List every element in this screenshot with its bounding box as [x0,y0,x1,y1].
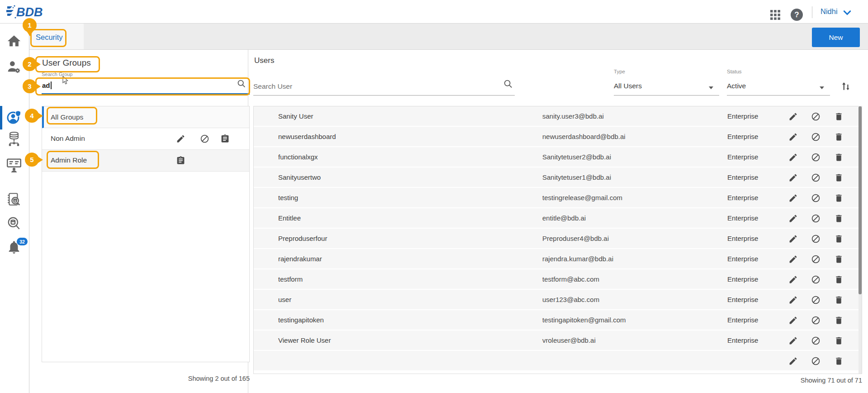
delete-icon[interactable] [834,295,844,305]
top-bar: BDB ? Nidhi [0,0,868,24]
edit-icon[interactable] [788,316,798,325]
search-icon[interactable] [237,79,246,88]
table-row[interactable]: Sanityusertwo Sanitytetuser1@bdb.ai Ente… [254,168,862,188]
user-search-input[interactable]: Search User [253,81,515,95]
delete-icon[interactable] [834,336,844,345]
type-filter-underline [614,95,719,96]
table-row[interactable]: testform testform@abc.com Enterprise [254,269,862,290]
edit-icon[interactable] [788,356,798,366]
user-name: testing [278,194,298,201]
block-icon[interactable] [200,134,209,144]
business-console-icon[interactable] [6,158,22,173]
user-name: newuserdashboard [278,133,336,140]
table-row[interactable]: Preproduserfour Preproduser4@bdb.ai Ente… [254,229,862,249]
edit-icon[interactable] [176,134,185,144]
user-search-placeholder: Search User [253,82,292,91]
edit-icon[interactable] [788,173,798,182]
type-filter-value[interactable]: All Users [614,82,642,90]
user-name: Sanityusertwo [278,173,321,181]
user-email: user123@abc.com [542,296,599,303]
delete-icon[interactable] [834,112,844,121]
delete-icon[interactable] [834,173,844,182]
delete-icon[interactable] [834,193,844,203]
edit-icon[interactable] [788,214,798,223]
edit-icon[interactable] [788,132,798,142]
apps-grid-icon[interactable] [770,10,781,20]
group-rows: Non Admin Admin Role [42,128,249,172]
audit-trail-icon[interactable] [6,192,22,207]
group-row[interactable]: Admin Role [42,150,249,172]
delete-icon[interactable] [834,234,844,244]
all-groups-header[interactable]: All Groups [42,106,249,128]
block-icon[interactable] [811,173,821,182]
user-type: Enterprise [727,255,758,263]
delete-icon[interactable] [834,153,844,162]
block-icon[interactable] [811,234,821,244]
block-icon[interactable] [811,254,821,264]
table-row[interactable]: testingapitoken testingapitoken@gmail.co… [254,310,862,331]
edit-icon[interactable] [788,193,798,203]
type-filter-label: Type [614,69,625,74]
table-row[interactable]: newuserdashboard newuserdashboard@bdb.ai… [254,127,862,147]
sort-icon[interactable] [840,80,851,92]
edit-icon[interactable] [788,254,798,264]
clipboard-icon[interactable] [176,156,185,165]
user-name: testingapitoken [278,316,324,324]
user-email: Sanitytetuser1@bdb.ai [542,173,611,181]
user-email: sanity.user3@bdb.ai [542,112,604,120]
table-row[interactable]: rajendrakumar rajendra.kumar@bdb.ai Ente… [254,249,862,269]
delete-icon[interactable] [834,214,844,223]
chevron-down-icon[interactable] [843,10,851,15]
users-title: Users [254,56,274,65]
table-row[interactable]: Entitlee entitle@bdb.ai Enterprise [254,208,862,229]
edit-icon[interactable] [788,112,798,121]
delete-icon[interactable] [834,275,844,284]
block-icon[interactable] [811,132,821,142]
data-center-icon[interactable] [6,131,22,147]
block-icon[interactable] [811,295,821,305]
block-icon[interactable] [811,153,821,162]
home-icon[interactable] [6,34,22,49]
edit-icon[interactable] [788,336,798,345]
table-row[interactable]: user user123@abc.com Enterprise [254,290,862,310]
group-row[interactable]: Non Admin [42,128,249,150]
user-email: testform@abc.com [542,275,599,283]
table-row[interactable]: testing testingrelease@gmail.com Enterpr… [254,188,862,208]
user-name: Entitlee [278,214,301,222]
group-search-input[interactable]: ad [42,78,250,94]
new-button[interactable]: New [812,28,860,47]
status-filter-value[interactable]: Active [727,82,746,90]
scrollbar-thumb[interactable] [859,106,862,294]
delete-icon[interactable] [834,356,844,366]
edit-icon[interactable] [788,295,798,305]
help-icon[interactable]: ? [791,9,803,21]
block-icon[interactable] [811,193,821,203]
delete-icon[interactable] [834,132,844,142]
security-icon[interactable] [6,110,22,125]
delete-icon[interactable] [834,254,844,264]
block-icon[interactable] [811,214,821,223]
search-icon[interactable] [503,79,513,89]
block-icon[interactable] [811,112,821,121]
status-dropdown-arrow-icon[interactable] [820,86,824,89]
table-row[interactable]: Viewer Role User vroleuser@bdb.ai Enterp… [254,331,862,351]
delete-icon[interactable] [834,316,844,325]
block-icon[interactable] [811,275,821,284]
edit-icon[interactable] [788,234,798,244]
data-search-icon[interactable] [6,216,22,231]
security-tab-label[interactable]: Security [36,33,63,42]
block-icon[interactable] [811,356,821,366]
user-management-icon[interactable] [6,59,22,75]
table-row[interactable]: functionalxgx Sanitytetuser2@bdb.ai Ente… [254,147,862,168]
user-type: Enterprise [727,173,758,181]
type-dropdown-arrow-icon[interactable] [709,86,713,89]
edit-icon[interactable] [788,275,798,284]
block-icon[interactable] [811,336,821,345]
edit-icon[interactable] [788,153,798,162]
user-type: Enterprise [727,214,758,222]
block-icon[interactable] [811,316,821,325]
table-row[interactable]: Sanity User sanity.user3@bdb.ai Enterpri… [254,106,862,127]
clipboard-icon[interactable] [220,134,230,144]
user-menu[interactable]: Nidhi [821,7,838,16]
user-name: Viewer Role User [278,336,331,344]
